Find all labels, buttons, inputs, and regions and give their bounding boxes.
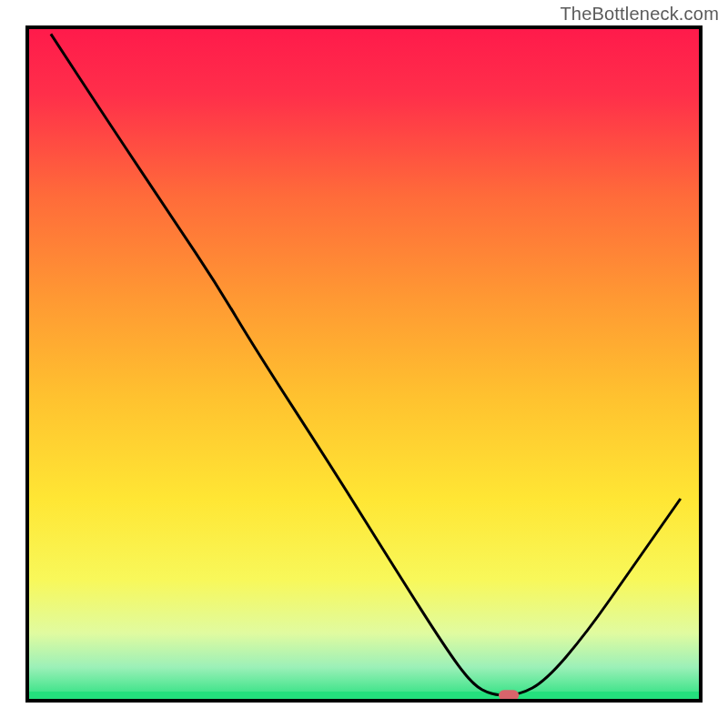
bottleneck-chart <box>0 0 728 728</box>
chart-container: TheBottleneck.com <box>0 0 728 728</box>
plot-background <box>27 27 701 701</box>
watermark-text: TheBottleneck.com <box>560 4 719 25</box>
